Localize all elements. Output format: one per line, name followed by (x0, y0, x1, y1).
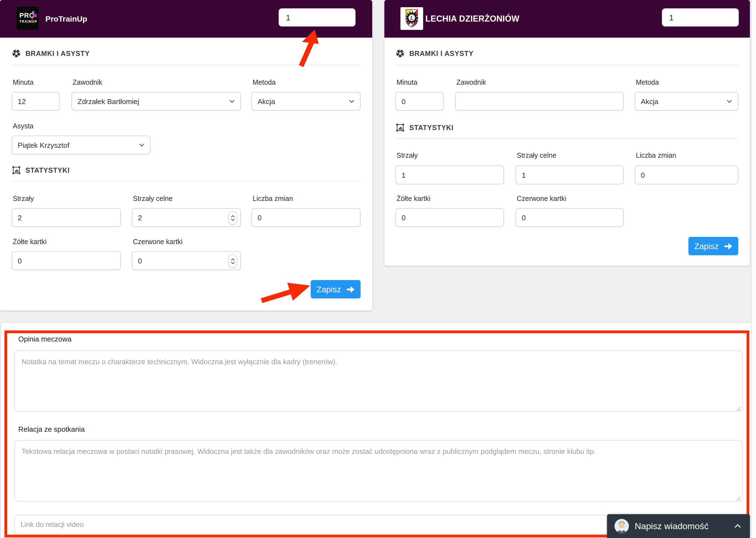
right-team-name: LECHIA DZIERŻONIÓW (425, 14, 519, 24)
right-strzaly-celne-input[interactable] (516, 166, 624, 184)
divider (12, 181, 361, 182)
opinia-label: Opinia meczowa (18, 335, 72, 343)
divider (395, 65, 738, 65)
left-save-button[interactable]: Zapisz (311, 280, 361, 298)
right-save-label: Zapisz (694, 241, 719, 251)
left-minuta-input[interactable] (12, 92, 60, 111)
left-zawodnik-label: Zawodnik (73, 79, 102, 86)
svg-text:L: L (410, 14, 413, 21)
right-stats-section-heading: STATYSTYKI (396, 124, 454, 132)
right-zawodnik-label: Zawodnik (456, 79, 486, 86)
left-stats-section-title: STATYSTYKI (26, 166, 70, 174)
logo-pixel-green (32, 11, 34, 13)
lechia-crest-graphic: L (400, 7, 423, 30)
left-team-header: PRO TRAINUP ProTrainUp (0, 0, 372, 38)
logo-pixel-magenta (33, 14, 36, 17)
chevron-up-icon (734, 524, 741, 528)
page: PRO TRAINUP ProTrainUp BRAMKI I ASYSTY M… (0, 0, 756, 538)
left-liczba-zmian-input[interactable] (252, 208, 361, 227)
stepper-up-icon (231, 215, 235, 217)
left-team-panel: PRO TRAINUP ProTrainUp BRAMKI I ASYSTY M… (0, 0, 372, 310)
chat-widget[interactable]: Napisz wiadomość (607, 514, 750, 538)
left-czerwone-input[interactable] (132, 251, 241, 270)
right-minuta-input[interactable] (395, 92, 444, 111)
right-metoda-value: Akcja (641, 97, 659, 105)
chat-label: Napisz wiadomość (635, 521, 734, 531)
left-metoda-select[interactable]: Akcja (252, 92, 361, 111)
statistics-icon (396, 124, 404, 132)
statistics-icon (12, 166, 21, 174)
left-asysta-label: Asysta (13, 122, 33, 130)
right-score-input[interactable] (662, 8, 739, 27)
stepper-down-icon (231, 261, 235, 264)
chevron-down-icon (139, 143, 145, 147)
right-liczba-zmian-input[interactable] (635, 166, 738, 184)
right-goals-section-heading: BRAMKI I ASYSTY (396, 49, 474, 58)
left-liczba-zmian-label: Liczba zmian (253, 195, 293, 203)
left-save-label: Zapisz (317, 285, 341, 294)
right-strzaly-label: Strzały (396, 152, 418, 159)
right-zawodnik-select[interactable] (455, 92, 624, 111)
divider (395, 138, 738, 139)
left-strzaly-celne-input[interactable] (132, 208, 241, 227)
right-goals-section-title: BRAMKI I ASYSTY (409, 50, 474, 57)
protrainup-logo: PRO TRAINUP (17, 7, 39, 30)
left-strzaly-input[interactable] (12, 208, 121, 227)
relacja-label: Relacja ze spotkania (18, 425, 85, 433)
left-goals-section-title: BRAMKI I ASYSTY (26, 50, 90, 57)
left-metoda-label: Metoda (253, 79, 275, 86)
left-czerwone-label: Czerwone kartki (133, 238, 183, 246)
stepper-down-icon (231, 218, 235, 221)
lechia-crest: L (400, 7, 423, 30)
right-strzaly-celne-label: Strzały celne (517, 152, 556, 159)
right-czerwone-label: Czerwone kartki (517, 195, 566, 203)
left-zawodnik-select[interactable]: Zdrzałek Bartłomiej (72, 92, 241, 111)
arrow-right-icon (724, 242, 732, 250)
left-goals-section-heading: BRAMKI I ASYSTY (12, 49, 90, 58)
left-score-input[interactable] (279, 8, 356, 27)
left-zolte-label: Żółte kartki (13, 238, 46, 246)
number-stepper[interactable] (228, 211, 237, 225)
right-team-header: L LECHIA DZIERŻONIÓW (384, 0, 750, 38)
right-zolte-input[interactable] (395, 208, 504, 227)
right-liczba-zmian-label: Liczba zmian (636, 152, 676, 159)
match-notes-panel: Opinia meczowa Relacja ze spotkania (1, 323, 754, 538)
right-strzaly-input[interactable] (395, 166, 504, 184)
page-scrollbar[interactable] (751, 0, 756, 538)
right-team-panel: L LECHIA DZIERŻONIÓW BRAMKI I ASYSTY Min… (384, 0, 750, 266)
right-stats-section-title: STATYSTYKI (409, 124, 454, 132)
left-strzaly-celne-label: Strzały celne (133, 195, 173, 203)
left-asysta-select[interactable]: Piątek Krzysztof (12, 135, 151, 154)
left-minuta-label: Minuta (13, 79, 33, 86)
right-save-button[interactable]: Zapisz (688, 237, 738, 255)
chevron-down-icon (229, 100, 235, 103)
divider (12, 65, 361, 65)
number-stepper[interactable] (228, 254, 237, 268)
left-strzaly-label: Strzały (13, 195, 34, 203)
right-metoda-label: Metoda (636, 79, 659, 86)
arrow-right-icon (346, 285, 355, 293)
right-minuta-label: Minuta (396, 79, 417, 86)
stepper-up-icon (231, 258, 235, 260)
left-metoda-value: Akcja (258, 97, 275, 105)
left-stats-section-heading: STATYSTYKI (12, 166, 70, 174)
logo-text-trainup: TRAINUP (19, 20, 37, 23)
opinia-textarea[interactable] (14, 350, 743, 412)
right-zolte-label: Żółte kartki (396, 195, 430, 203)
right-metoda-select[interactable]: Akcja (635, 92, 738, 111)
left-asysta-value: Piątek Krzysztof (18, 141, 69, 149)
chevron-down-icon (727, 100, 732, 103)
right-czerwone-input[interactable] (516, 208, 624, 227)
soccer-ball-icon (396, 49, 404, 58)
left-team-name: ProTrainUp (45, 14, 87, 23)
chevron-down-icon (349, 100, 354, 103)
soccer-ball-icon (12, 49, 21, 58)
left-zolte-input[interactable] (12, 251, 121, 270)
logo-pixel-red (31, 18, 33, 19)
left-zawodnik-value: Zdrzałek Bartłomiej (78, 97, 139, 105)
relacja-textarea[interactable] (14, 440, 743, 502)
chat-avatar (614, 519, 629, 534)
